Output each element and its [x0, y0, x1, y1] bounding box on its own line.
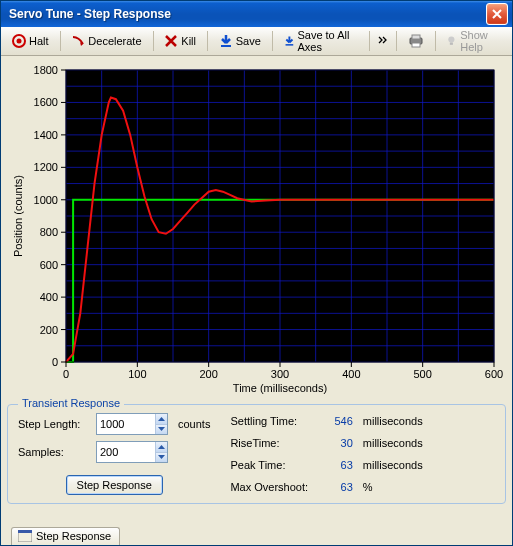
- svg-text:0: 0: [51, 356, 57, 368]
- spin-down[interactable]: [156, 453, 167, 463]
- svg-rect-6: [412, 43, 420, 47]
- svg-text:400: 400: [39, 291, 57, 303]
- save-all-icon: [284, 34, 295, 48]
- toolbar-separator: [396, 31, 397, 51]
- panel-icon: [18, 530, 32, 542]
- kill-icon: [164, 34, 178, 48]
- window-title: Servo Tune - Step Response: [9, 7, 486, 21]
- svg-rect-5: [412, 35, 420, 39]
- svg-text:1000: 1000: [33, 194, 57, 206]
- rise-value: 30: [334, 437, 358, 449]
- svg-text:1400: 1400: [33, 129, 57, 141]
- svg-text:Position (counts): Position (counts): [12, 175, 24, 257]
- step-length-row: Step Length: counts: [18, 413, 210, 435]
- toolbar-separator: [369, 31, 370, 51]
- save-all-label: Save to All Axes: [297, 29, 358, 53]
- svg-rect-80: [18, 530, 32, 533]
- svg-text:800: 800: [39, 226, 57, 238]
- svg-text:300: 300: [270, 368, 288, 380]
- transient-grid: Step Length: counts Samples:: [18, 413, 497, 495]
- tab-label: Step Response: [36, 530, 111, 542]
- svg-text:500: 500: [413, 368, 431, 380]
- svg-text:1600: 1600: [33, 96, 57, 108]
- toolbar-separator: [60, 31, 61, 51]
- overshoot-value: 63: [334, 481, 358, 493]
- samples-label: Samples:: [18, 446, 90, 458]
- save-label: Save: [236, 35, 261, 47]
- step-length-unit: counts: [178, 418, 210, 430]
- spin-up[interactable]: [156, 414, 167, 425]
- samples-spinner[interactable]: [96, 441, 168, 463]
- decelerate-label: Decelerate: [88, 35, 141, 47]
- svg-text:1800: 1800: [33, 64, 57, 76]
- toolbar-overflow[interactable]: [374, 36, 392, 46]
- svg-text:400: 400: [342, 368, 360, 380]
- peak-value: 63: [334, 459, 358, 471]
- svg-text:200: 200: [199, 368, 217, 380]
- transient-readouts: Settling Time: 546 milliseconds RiseTime…: [230, 413, 497, 495]
- chevron-right-icon: [378, 36, 388, 44]
- step-length-input[interactable]: [97, 414, 155, 434]
- svg-point-7: [449, 36, 455, 42]
- peak-label: Peak Time:: [230, 459, 330, 471]
- settling-label: Settling Time:: [230, 415, 330, 427]
- app-window: Servo Tune - Step Response Halt Decelera…: [0, 0, 513, 546]
- halt-button[interactable]: Halt: [5, 31, 56, 51]
- chart-plot: 0100200300400500600020040060080010001200…: [8, 60, 506, 398]
- rise-unit: milliseconds: [363, 437, 497, 449]
- chart-area: 0100200300400500600020040060080010001200…: [7, 60, 506, 398]
- transient-response-group: Transient Response Step Length: counts: [7, 404, 506, 504]
- close-icon: [492, 9, 502, 19]
- close-button[interactable]: [486, 3, 508, 25]
- samples-input[interactable]: [97, 442, 155, 462]
- svg-point-1: [17, 39, 22, 44]
- halt-icon: [12, 34, 26, 48]
- decelerate-button[interactable]: Decelerate: [64, 31, 148, 51]
- tab-bar: Step Response: [7, 521, 506, 545]
- svg-text:100: 100: [128, 368, 146, 380]
- samples-row: Samples:: [18, 441, 210, 463]
- triangle-down-icon: [158, 427, 165, 431]
- step-length-label: Step Length:: [18, 418, 90, 430]
- overshoot-label: Max Overshoot:: [230, 481, 330, 493]
- save-button[interactable]: Save: [212, 31, 268, 51]
- svg-rect-8: [450, 43, 453, 45]
- save-all-button[interactable]: Save to All Axes: [277, 26, 366, 56]
- svg-text:200: 200: [39, 324, 57, 336]
- toolbar: Halt Decelerate Kill Save Save to All Ax…: [1, 27, 512, 56]
- print-button[interactable]: [401, 31, 431, 51]
- kill-label: Kill: [181, 35, 196, 47]
- save-icon: [219, 34, 233, 48]
- settling-value: 546: [334, 415, 358, 427]
- spin-up[interactable]: [156, 442, 167, 453]
- transient-inputs: Step Length: counts Samples:: [18, 413, 210, 495]
- triangle-up-icon: [158, 417, 165, 421]
- title-bar: Servo Tune - Step Response: [1, 1, 512, 27]
- triangle-down-icon: [158, 455, 165, 459]
- step-button-row: Step Response: [18, 475, 210, 495]
- spin-down[interactable]: [156, 425, 167, 435]
- show-help-label: Show Help: [460, 29, 501, 53]
- svg-text:1200: 1200: [33, 161, 57, 173]
- step-response-button[interactable]: Step Response: [66, 475, 163, 495]
- print-icon: [408, 34, 424, 48]
- rise-label: RiseTime:: [230, 437, 330, 449]
- triangle-up-icon: [158, 445, 165, 449]
- svg-rect-3: [285, 44, 293, 46]
- kill-button[interactable]: Kill: [157, 31, 203, 51]
- svg-text:600: 600: [484, 368, 502, 380]
- toolbar-separator: [207, 31, 208, 51]
- peak-unit: milliseconds: [363, 459, 497, 471]
- settling-unit: milliseconds: [363, 415, 497, 427]
- toolbar-separator: [153, 31, 154, 51]
- toolbar-separator: [272, 31, 273, 51]
- svg-text:600: 600: [39, 259, 57, 271]
- tab-step-response[interactable]: Step Response: [11, 527, 120, 545]
- transient-legend: Transient Response: [18, 397, 124, 409]
- step-length-spinner[interactable]: [96, 413, 168, 435]
- svg-rect-2: [221, 45, 231, 47]
- client-area: 0100200300400500600020040060080010001200…: [1, 56, 512, 545]
- show-help-button: Show Help: [439, 26, 508, 56]
- toolbar-separator: [435, 31, 436, 51]
- decelerate-icon: [71, 34, 85, 48]
